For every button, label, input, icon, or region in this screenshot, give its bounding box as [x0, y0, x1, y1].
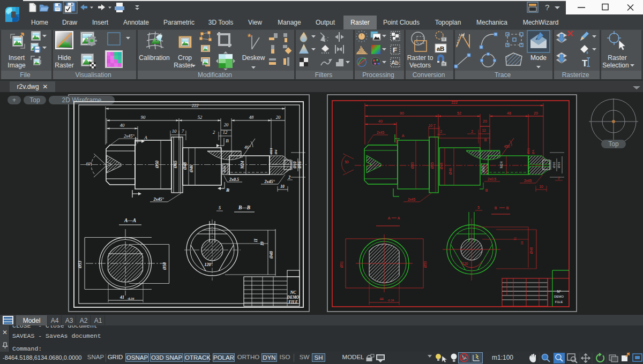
svg-text:Ø10: Ø10	[293, 161, 297, 169]
svg-text:Ø48: Ø48	[183, 162, 188, 170]
svg-text:Top: Top	[29, 96, 40, 104]
svg-text:5: 5	[219, 206, 221, 210]
svg-text:2x0.5: 2x0.5	[488, 177, 496, 181]
svg-text:2: 2	[440, 130, 442, 133]
svg-text:5: 5	[477, 206, 480, 209]
svg-text:11: 11	[253, 238, 258, 242]
svg-text:+: +	[12, 96, 16, 104]
svg-text:Filters: Filters	[315, 71, 333, 79]
svg-text:Ø46: Ø46	[448, 168, 452, 175]
svg-text:B: B	[485, 188, 488, 192]
svg-text:Crop: Crop	[178, 54, 192, 62]
svg-text:Raster: Raster	[174, 62, 192, 69]
svg-text:*: *	[248, 33, 251, 42]
svg-text:Ø50: Ø50	[162, 262, 167, 270]
svg-text:M24: M24	[499, 161, 503, 168]
svg-text:?: ?	[545, 3, 549, 12]
svg-text:44: 44	[379, 297, 384, 301]
svg-text:Mode: Mode	[530, 54, 547, 62]
svg-text:Ø65: Ø65	[173, 161, 178, 169]
svg-text:10: 10	[172, 128, 177, 134]
svg-text:Ø51: Ø51	[340, 261, 343, 268]
svg-text:Modification: Modification	[198, 71, 232, 79]
svg-text:120: 120	[462, 262, 468, 266]
svg-text:Ø4: Ø4	[274, 149, 278, 155]
svg-text:A: A	[388, 216, 391, 220]
svg-text:2x45: 2x45	[408, 198, 415, 201]
svg-text:A: A	[402, 134, 405, 138]
svg-text:B: B	[226, 187, 229, 193]
svg-text:Selection: Selection	[602, 62, 629, 69]
svg-text:2x45°: 2x45°	[264, 179, 275, 184]
svg-text:B: B	[484, 138, 487, 142]
svg-text:Raster: Raster	[55, 62, 73, 69]
svg-text:2x45°: 2x45°	[124, 133, 135, 139]
svg-text:DEMO: DEMO	[287, 295, 300, 300]
svg-text:10: 10	[280, 184, 285, 189]
svg-text:Conversion: Conversion	[413, 71, 445, 79]
svg-text:-0.34: -0.34	[387, 299, 394, 302]
svg-text:Ø16: Ø16	[557, 162, 560, 168]
svg-text:F1LE: F1LE	[555, 300, 563, 304]
svg-text:Ø26: Ø26	[222, 165, 227, 173]
svg-text:Image: Image	[8, 62, 26, 69]
svg-text:B: B	[226, 138, 229, 143]
svg-text:20: 20	[224, 122, 229, 127]
svg-text:48: 48	[249, 115, 254, 120]
svg-text:20: 20	[483, 119, 487, 123]
svg-text:Top: Top	[608, 140, 619, 148]
svg-text:Insert: Insert	[9, 54, 25, 62]
svg-text:90: 90	[400, 111, 404, 115]
svg-text:52: 52	[198, 115, 203, 120]
svg-text:Ø10: Ø10	[552, 162, 556, 168]
svg-text:Visualisation: Visualisation	[75, 71, 111, 79]
svg-text:11: 11	[513, 237, 517, 240]
svg-text:52: 52	[457, 111, 461, 115]
svg-text:12: 12	[482, 128, 486, 132]
svg-text:Rasterize: Rasterize	[562, 71, 589, 79]
svg-text:Ø50: Ø50	[410, 162, 414, 169]
svg-text:60°: 60°	[86, 162, 92, 166]
svg-text:2x45: 2x45	[524, 179, 532, 183]
svg-text:41: 41	[119, 295, 124, 300]
svg-text:19: 19	[520, 241, 524, 245]
svg-text:Ø21: Ø21	[527, 148, 530, 154]
svg-text:Ø50: Ø50	[423, 261, 427, 268]
svg-text:Ø53: Ø53	[78, 261, 83, 269]
svg-text:Ø46: Ø46	[189, 165, 194, 173]
svg-text:20: 20	[534, 111, 538, 115]
svg-text:M24: M24	[240, 161, 245, 169]
svg-text:FILE: FILE	[288, 300, 298, 305]
svg-text:12: 12	[223, 130, 228, 135]
svg-text:40: 40	[378, 119, 383, 123]
svg-text:Ø4: Ø4	[532, 149, 535, 154]
svg-text:48: 48	[507, 111, 511, 115]
svg-text:2D Wireframe: 2D Wireframe	[62, 96, 101, 104]
svg-text:50: 50	[345, 160, 349, 164]
svg-text:B: B	[506, 206, 509, 210]
svg-text:20: 20	[276, 115, 281, 120]
svg-text:Raster to: Raster to	[407, 54, 433, 62]
svg-text:Trace: Trace	[495, 71, 511, 79]
svg-text:222: 222	[451, 101, 458, 104]
svg-text:120°: 120°	[204, 262, 213, 267]
svg-text:2x45: 2x45	[377, 131, 384, 134]
svg-text:222: 222	[192, 103, 199, 108]
svg-text:Ab: Ab	[391, 59, 398, 66]
svg-text:A—A: A—A	[124, 218, 136, 223]
svg-text:2x0.5: 2x0.5	[229, 177, 239, 182]
svg-text:A: A	[398, 216, 400, 220]
svg-text:2: 2	[288, 175, 290, 180]
svg-text:2: 2	[471, 130, 473, 133]
svg-text:40: 40	[120, 123, 125, 128]
svg-text:Ø48: Ø48	[269, 251, 274, 259]
svg-text:10: 10	[539, 185, 543, 188]
svg-text:T: T	[582, 58, 588, 69]
svg-text:Vectors: Vectors	[409, 62, 431, 69]
svg-text:B—B: B—B	[238, 205, 250, 210]
svg-text:Ø26: Ø26	[482, 166, 485, 172]
svg-text:Ø48: Ø48	[439, 162, 443, 169]
svg-text:Ø21: Ø21	[269, 148, 273, 155]
svg-text:2x45°: 2x45°	[153, 197, 164, 202]
svg-text:Processing: Processing	[362, 71, 394, 79]
